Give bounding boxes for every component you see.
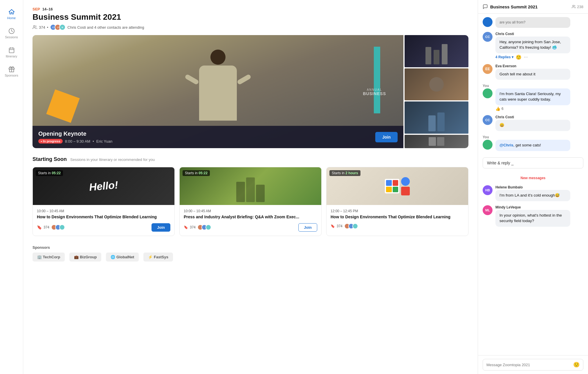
you-label-2: You bbox=[483, 135, 583, 139]
sidebar-item-sessions[interactable]: Sessions bbox=[2, 25, 21, 42]
message-bubble-you-1: I'm from Santa Clara! Seriously, my cats… bbox=[495, 88, 570, 105]
message-bubble-eva: Gosh tell me about it bbox=[495, 69, 570, 80]
attendee-avatars: C J K bbox=[50, 24, 66, 30]
session-attendees-3: 🔖 374 bbox=[331, 223, 359, 229]
event-date: SEP 14–16 bbox=[33, 7, 468, 11]
sidebar-item-itinerary[interactable]: Itinerary bbox=[2, 44, 21, 61]
avatar-you-2 bbox=[483, 140, 493, 150]
attendee-text: Chris Costi and 4 other contacts are att… bbox=[67, 25, 144, 30]
session-name-2: Press and Industry Analyst Briefing: Q&A… bbox=[184, 214, 317, 220]
replies-button[interactable]: 4 Replies ▾ bbox=[495, 55, 513, 59]
starts-value-3: 2 hours bbox=[345, 171, 358, 175]
session-time-3: 12:00 – 12:45 PM bbox=[331, 209, 464, 213]
chat-header-left: Business Summit 2021 bbox=[483, 4, 538, 9]
sponsor-logo-3: 🌐 GlobalNet bbox=[106, 253, 139, 262]
message-group-you-2: You @Chris, get some cats! bbox=[483, 135, 583, 151]
avatar bbox=[59, 224, 65, 230]
avatar-mindy: ML bbox=[483, 205, 493, 215]
starts-badge-1: Starts in 05:22 bbox=[36, 170, 63, 176]
message-group-0: are you all from? bbox=[483, 17, 583, 28]
hero-thumb-4 bbox=[405, 135, 468, 148]
session-thumb-3: Starts in 2 hours bbox=[327, 167, 468, 205]
message-content-mindy: Mindy LeVeque In your opinion, what's ho… bbox=[495, 205, 583, 227]
keynote-join-button[interactable]: Join bbox=[375, 132, 398, 142]
hero-thumb-3 bbox=[405, 101, 468, 134]
svg-point-5 bbox=[33, 26, 35, 27]
sidebar-item-itinerary-label: Itinerary bbox=[6, 55, 17, 58]
session-time-1: 10:00 – 10:45 AM bbox=[37, 209, 170, 213]
sidebar-item-sessions-label: Sessions bbox=[5, 35, 18, 39]
message-group-eva: EE Eva Everson Gosh tell me about it bbox=[483, 64, 583, 80]
session-count-2: 374 bbox=[190, 225, 196, 229]
chat-input[interactable] bbox=[486, 363, 571, 367]
sponsor-logo-1: 🏢 TechCorp bbox=[33, 253, 65, 262]
message-content-you-1: I'm from Santa Clara! Seriously, my cats… bbox=[495, 88, 583, 111]
write-reply-bar[interactable]: Write & reply _ bbox=[483, 157, 583, 168]
message-group-you-1: You I'm from Santa Clara! Seriously, my … bbox=[483, 84, 583, 111]
hero-thumbnails bbox=[405, 35, 468, 148]
starting-soon-header: Starting Soon Sessions in your Itinerary… bbox=[33, 156, 468, 162]
message-sender-eva: Eva Everson bbox=[495, 64, 583, 68]
starts-badge-2: Starts in 05:22 bbox=[183, 170, 210, 176]
chat-title: Business Summit 2021 bbox=[490, 4, 538, 9]
message-group-mindy: ML Mindy LeVeque In your opinion, what's… bbox=[483, 205, 583, 227]
session-join-btn-1[interactable]: Join bbox=[151, 223, 170, 232]
starts-badge-3: Starts in 2 hours bbox=[329, 170, 360, 176]
session-attendees-1: 🔖 374 bbox=[37, 224, 66, 230]
avatar bbox=[205, 224, 211, 230]
message-reactions: 👍 6 bbox=[495, 106, 583, 111]
session-name-1: How to Design Environments That Optimize… bbox=[37, 214, 170, 220]
sidebar-item-sponsors[interactable]: Sponsors bbox=[2, 63, 21, 80]
chat-count: 238 bbox=[577, 5, 583, 9]
starts-value-2: 05:22 bbox=[199, 171, 208, 175]
new-messages-divider: New messages bbox=[483, 176, 583, 180]
session-count-3: 374 bbox=[337, 224, 342, 228]
session-count-1: 374 bbox=[44, 225, 49, 229]
message-bubble-helene: I'm from LA and it's cold enough😅 bbox=[495, 190, 570, 201]
svg-rect-1 bbox=[9, 48, 14, 53]
reaction-count: 6 bbox=[502, 107, 504, 111]
chat-footer: 🙂 bbox=[478, 355, 588, 374]
bookmark-icon-2: 🔖 bbox=[184, 225, 188, 229]
message-sender-mindy: Mindy LeVeque bbox=[495, 205, 583, 209]
emoji-button[interactable]: 🙂 bbox=[573, 362, 580, 368]
avatar-chris-2: CC bbox=[483, 115, 493, 125]
new-messages-label: New messages bbox=[520, 176, 545, 180]
hero-thumb-1 bbox=[405, 35, 468, 67]
session-footer-1: 🔖 374 Join bbox=[37, 223, 170, 232]
message-bubble-you-2: @Chris, get some cats! bbox=[495, 140, 570, 151]
starting-soon-title: Starting Soon bbox=[33, 156, 67, 162]
hello-text: Hello! bbox=[89, 179, 118, 194]
chat-panel: Business Summit 2021 238 are you all fro… bbox=[478, 0, 588, 374]
sponsors-label: Sponsors bbox=[33, 245, 468, 250]
message-content-helene: Helene Bumbalo I'm from LA and it's cold… bbox=[495, 185, 583, 201]
avatar bbox=[483, 17, 493, 27]
session-join-btn-2[interactable]: Join bbox=[298, 223, 317, 232]
write-reply-label: Write & reply _ bbox=[487, 161, 514, 165]
sidebar-item-home-label: Home bbox=[7, 16, 16, 20]
avatar-eva: EE bbox=[483, 64, 493, 74]
sidebar: Home Sessions Itinerary Sponsors bbox=[0, 0, 23, 374]
attendee-count: 374 bbox=[39, 25, 45, 30]
keynote-time: 8:00 – 9:30 AM bbox=[65, 139, 90, 144]
write-reply-text: Write & reply _ bbox=[487, 161, 514, 165]
mention: @Chris bbox=[499, 143, 513, 147]
more-options-icon[interactable]: ··· bbox=[524, 55, 528, 60]
session-card-1: Hello! Starts in 05:22 10:00 – 10:45 AM … bbox=[33, 167, 175, 236]
sidebar-item-home[interactable]: Home bbox=[2, 6, 21, 23]
keynote-status: In progress bbox=[38, 139, 63, 144]
keynote-presenter: • bbox=[93, 139, 94, 144]
session-attendees-2: 🔖 374 bbox=[184, 224, 212, 230]
message-group-helene: HB Helene Bumbalo I'm from LA and it's c… bbox=[483, 185, 583, 201]
session-time-2: 10:00 – 10:45 AM bbox=[184, 209, 317, 213]
message-content-0: are you all from? bbox=[495, 17, 583, 28]
starts-value-1: 05:22 bbox=[52, 171, 61, 175]
main-content: SEP 14–16 Business Summit 2021 374 • C J… bbox=[23, 0, 478, 374]
message-sender-chris-2: Chris Costi bbox=[495, 115, 583, 119]
session-body-3: 12:00 – 12:45 PM How to Design Environme… bbox=[327, 205, 468, 233]
reactions-icon[interactable]: 🙂 bbox=[516, 55, 522, 60]
you-label-1: You bbox=[483, 84, 583, 88]
event-date-prefix: SEP bbox=[33, 7, 40, 11]
chat-input-row[interactable]: 🙂 bbox=[483, 359, 583, 371]
bookmark-icon-3: 🔖 bbox=[331, 224, 335, 228]
